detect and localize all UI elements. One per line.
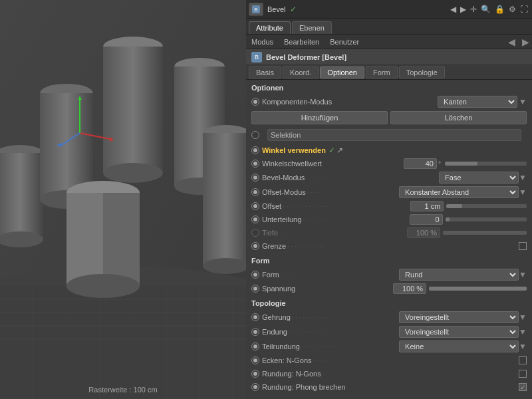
input-spannung[interactable] [393, 283, 426, 294]
winkel-check-icon: ✓ [329, 146, 335, 155]
form-arrow[interactable]: ▼ [519, 270, 527, 279]
sub-tab-optionen[interactable]: Optionen [320, 66, 364, 78]
gehrung-arrow[interactable]: ▼ [519, 313, 527, 322]
menu-bearbeiten[interactable]: Bearbeiten [281, 37, 322, 47]
dropdown-form[interactable]: Rund [399, 269, 519, 281]
tab-ebenen[interactable]: Ebenen [292, 21, 332, 34]
winkel-cursor-icon[interactable]: ↗ [336, 146, 343, 155]
checkbox-rundung-ngons[interactable] [519, 370, 527, 378]
svg-rect-2 [0, 286, 246, 399]
radio-form[interactable] [251, 271, 259, 279]
radio-selektion[interactable] [251, 131, 259, 139]
prop-row-offset-modus: Offset-Modus · · · · Konstanter Abstand … [246, 185, 532, 200]
checkbox-rundung-phong[interactable]: ✓ [519, 383, 527, 391]
radio-bevel-modus[interactable] [251, 174, 259, 182]
dropdown-offset-modus[interactable]: Konstanter Abstand [399, 186, 519, 198]
main-tab-bar: Attribute Ebenen [246, 19, 532, 35]
prop-row-gehrung: Gehrung · · · · · · · · · · Voreingestel… [246, 310, 532, 325]
radio-winkelschwellwert[interactable] [251, 160, 259, 168]
menu-modus[interactable]: Modus [249, 37, 276, 47]
teilrundung-arrow[interactable]: ▼ [519, 342, 527, 351]
checkbox-ecken-ngons[interactable] [519, 356, 527, 364]
dropdown-bevel-modus[interactable]: Fase [439, 172, 519, 184]
label-tiefe: Tiefe [262, 229, 278, 237]
label-bevel-modus: Bevel-Modus [262, 174, 305, 182]
radio-gehrung[interactable] [251, 313, 259, 321]
radio-unterteilung[interactable] [251, 215, 259, 223]
input-winkelschwellwert[interactable] [404, 158, 437, 169]
selektion-bar[interactable]: Selektion [267, 129, 521, 141]
bevel-modus-arrow[interactable]: ▼ [519, 173, 527, 182]
input-tiefe[interactable] [407, 227, 440, 238]
bevel-icon-btn[interactable]: B [249, 3, 263, 16]
label-spannung: Spannung [262, 285, 295, 293]
arrow-right-icon[interactable]: ▶ [459, 3, 467, 15]
btn-loeschen[interactable]: Löschen [390, 111, 527, 124]
checkbox-grenze[interactable] [519, 242, 527, 250]
winkel-unit: ° [438, 160, 441, 168]
dropdown-kanten[interactable]: Kanten [438, 96, 517, 108]
lock-icon[interactable]: 🔒 [493, 3, 506, 15]
prop-row-form: Form · · · · Rund ▼ [246, 267, 532, 282]
sub-tab-basis[interactable]: Basis [249, 66, 281, 78]
viewport-label: Rasterweite : 100 cm [88, 386, 157, 394]
search-icon[interactable]: 🔍 [479, 3, 492, 15]
menu-arrow-left[interactable]: ◀ [508, 37, 515, 47]
radio-grenze[interactable] [251, 242, 259, 250]
offset-modus-arrow[interactable]: ▼ [519, 188, 527, 197]
label-winkelschwellwert: Winkelschwellwert [262, 160, 322, 168]
radio-teilrundung[interactable] [251, 342, 259, 350]
radio-rundung-ngons[interactable] [251, 370, 259, 378]
prop-row-winkel-verwenden: Winkel verwenden ✓ ↗ [246, 144, 532, 157]
label-offset: Offset [262, 202, 281, 210]
dropdown-teilrundung[interactable]: Keine [399, 340, 519, 352]
radio-spannung[interactable] [251, 285, 259, 293]
prop-row-rundung-ngons: Rundung: N-Gons · · · · [246, 367, 532, 380]
right-panel: B Bevel ✓ ◀ ▶ ✛ 🔍 🔒 ⚙ ⛶ Attribute Ebenen… [246, 0, 532, 399]
label-winkel-verwenden: Winkel verwenden [262, 146, 326, 154]
radio-rundung-phong[interactable] [251, 383, 259, 391]
sub-tab-topologie[interactable]: Topologie [399, 66, 445, 78]
radio-komponenten[interactable] [251, 98, 259, 106]
dropdown-gehrung[interactable]: Voreingestellt [399, 311, 519, 323]
prop-row-rundung-phong: Rundung: Phong brechen ✓ [246, 380, 532, 394]
expand-icon[interactable]: ⛶ [519, 3, 529, 15]
radio-offset-modus[interactable] [251, 188, 259, 196]
deformer-name: Bevel Deformer [Bevel] [266, 53, 346, 61]
btn-hinzufuegen[interactable]: Hinzufügen [251, 111, 388, 124]
section-topologie: Topologie [246, 297, 532, 310]
input-offset[interactable] [410, 201, 444, 211]
endung-arrow[interactable]: ▼ [519, 327, 527, 336]
prop-row-ecken-ngons: Ecken: N-Gons · · · · · [246, 354, 532, 367]
sub-tab-koord[interactable]: Koord. [283, 66, 319, 78]
dropdown-endung[interactable]: Voreingestellt [399, 326, 519, 338]
radio-tiefe[interactable] [251, 229, 259, 237]
radio-ecken-ngons[interactable] [251, 356, 259, 364]
arrow-left-icon[interactable]: ◀ [449, 3, 458, 15]
menu-benutzer[interactable]: Benutzer [327, 37, 362, 47]
viewport-3d[interactable]: Rasterweite : 100 cm [0, 0, 246, 399]
menu-bar: Modus Bearbeiten Benutzer ◀ ▶ [246, 35, 532, 49]
input-unterteilung[interactable] [410, 214, 443, 225]
radio-winkel-verwenden[interactable] [251, 146, 259, 154]
label-rundung-ngons: Rundung: N-Gons [262, 370, 321, 378]
prop-row-grenze: Grenze · · · · · · · · · · [246, 239, 532, 253]
prop-row-tiefe: Tiefe · · · · · · · · · · · · [246, 226, 532, 239]
radio-endung[interactable] [251, 328, 259, 336]
menu-arrow-right[interactable]: ▶ [522, 37, 529, 47]
settings-icon[interactable]: ⚙ [507, 3, 517, 15]
sub-tab-form[interactable]: Form [366, 66, 398, 78]
prop-row-teilrundung: Teilrundung · · · · · · · · · Keine ▼ [246, 339, 532, 354]
section-form: Form [246, 254, 532, 267]
dropdown-kanten-arrow[interactable]: ▼ [519, 97, 527, 106]
cursor-icon[interactable]: ✛ [469, 3, 478, 15]
radio-offset[interactable] [251, 202, 259, 210]
top-icon-bar: B Bevel ✓ ◀ ▶ ✛ 🔍 🔒 ⚙ ⛶ [246, 0, 532, 19]
deformer-icon: B [251, 52, 262, 63]
deformer-header: B Bevel Deformer [Bevel] [246, 49, 532, 65]
label-form: Form [262, 271, 279, 279]
prop-row-selektion: Selektion [246, 126, 532, 144]
label-unterteilung: Unterteilung [262, 215, 301, 223]
tab-attribute[interactable]: Attribute [249, 21, 291, 34]
prop-row-komponenten: Komponenten-Modus Kanten ▼ [246, 94, 532, 109]
